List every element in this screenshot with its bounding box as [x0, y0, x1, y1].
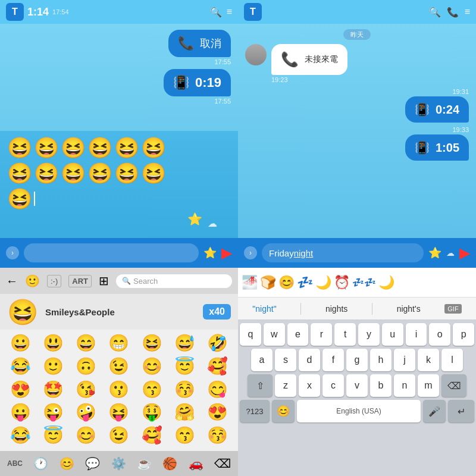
emoji-btn[interactable]: 😊: [60, 456, 74, 471]
emoji-cell[interactable]: 😂: [5, 425, 36, 447]
emoji-cell[interactable]: 😛: [5, 402, 36, 424]
mic-key[interactable]: 🎤: [423, 400, 446, 422]
emoji-cell[interactable]: 🥰: [136, 425, 168, 447]
emoji-cell[interactable]: 🙃: [70, 356, 102, 378]
emoji-cell[interactable]: 😘: [70, 380, 102, 402]
autocomplete-night-quoted[interactable]: "night": [252, 304, 276, 314]
emoji-cell[interactable]: 😉: [103, 356, 134, 378]
sticker-zzzmoon[interactable]: 💤💤: [352, 277, 376, 288]
key-v[interactable]: v: [346, 374, 368, 397]
emoji-cell[interactable]: 😜: [37, 402, 69, 424]
clock-icon[interactable]: 🕐: [33, 456, 48, 471]
autocomplete-nights-apos[interactable]: night's: [397, 304, 421, 314]
emoji-cell[interactable]: 😋: [202, 380, 233, 402]
grid-btn[interactable]: ⊞: [99, 274, 109, 288]
emoji-cell[interactable]: 😝: [103, 402, 134, 424]
emoji-cell[interactable]: 😗: [103, 380, 134, 402]
emoji-cell[interactable]: 🙂: [37, 356, 69, 378]
star-btn-left[interactable]: ⭐: [203, 246, 217, 259]
basketball-icon[interactable]: 🏀: [162, 456, 177, 471]
sticker-bread[interactable]: 🍞: [260, 275, 276, 290]
emoji-cell[interactable]: 😊: [70, 425, 102, 447]
sticker-alarm[interactable]: ⏰: [334, 275, 350, 290]
emoji-key[interactable]: 😊: [272, 400, 295, 422]
search-icon-right[interactable]: 🔍: [429, 7, 441, 18]
key-b[interactable]: b: [370, 374, 392, 397]
coffee-icon[interactable]: ☕: [137, 456, 152, 471]
emoji-cell[interactable]: 😂: [5, 356, 36, 378]
key-d[interactable]: d: [299, 349, 320, 371]
key-f[interactable]: f: [322, 349, 344, 371]
emoji-cell[interactable]: 🤣: [202, 333, 233, 355]
art-btn[interactable]: ART: [68, 275, 92, 287]
backspace-icon-emoji[interactable]: ⌫: [214, 456, 231, 471]
emoji-cell[interactable]: 😉: [103, 425, 134, 447]
key-s[interactable]: s: [275, 349, 296, 371]
key-n[interactable]: n: [394, 374, 415, 397]
emoji-cell[interactable]: 😁: [103, 333, 134, 355]
back-button[interactable]: ←: [6, 274, 18, 288]
emoji-cell[interactable]: 😍: [5, 380, 36, 402]
chat-icon[interactable]: 💬: [85, 456, 100, 471]
key-r[interactable]: r: [311, 323, 332, 346]
emoji-cell[interactable]: 😙: [169, 425, 201, 447]
key-h[interactable]: h: [370, 349, 392, 371]
emoji-face-btn[interactable]: 🙂: [25, 274, 40, 288]
emoji-cell[interactable]: 😚: [202, 425, 233, 447]
key-w[interactable]: w: [264, 323, 285, 346]
key-t[interactable]: t: [334, 323, 356, 346]
sticker-moon[interactable]: 🌙: [315, 275, 331, 290]
key-i[interactable]: i: [406, 323, 427, 346]
key-e[interactable]: e: [287, 323, 309, 346]
emoji-cell[interactable]: 😃: [37, 333, 69, 355]
emoji-cell[interactable]: 😙: [136, 380, 168, 402]
emoji-cell[interactable]: 😊: [136, 356, 168, 378]
gif-button[interactable]: GIF: [444, 304, 461, 314]
backspace-key[interactable]: ⌫: [441, 374, 466, 397]
key-u[interactable]: u: [382, 323, 403, 346]
sticker-happy[interactable]: 😊: [278, 275, 295, 290]
search-icon-left[interactable]: 🔍: [210, 7, 222, 18]
emoji-cell[interactable]: 😇: [169, 356, 201, 378]
key-x[interactable]: x: [299, 374, 320, 397]
key-a[interactable]: a: [251, 349, 273, 371]
key-k[interactable]: k: [418, 349, 439, 371]
key-o[interactable]: o: [429, 323, 450, 346]
menu-icon-right[interactable]: ≡: [465, 7, 470, 17]
emoji-cell[interactable]: 😆: [136, 333, 168, 355]
key-z[interactable]: z: [275, 374, 296, 397]
emoji-cell[interactable]: 🥰: [202, 356, 233, 378]
key-g[interactable]: g: [346, 349, 368, 371]
key-q[interactable]: q: [240, 323, 261, 346]
key-c[interactable]: c: [322, 374, 344, 397]
autocomplete-nights[interactable]: nights: [325, 304, 347, 314]
send-button-left[interactable]: ▶: [221, 245, 232, 261]
emoji-cell[interactable]: 🤗: [169, 402, 201, 424]
emoji-cell[interactable]: 😅: [169, 333, 201, 355]
left-text-input[interactable]: [24, 243, 199, 262]
sticker-moon2[interactable]: 🌙: [378, 275, 394, 290]
numbers-key[interactable]: ?123: [240, 400, 270, 422]
emoji-cell[interactable]: 🤩: [37, 380, 69, 402]
abc-btn[interactable]: ABC: [7, 459, 23, 468]
settings-icon[interactable]: ⚙️: [111, 456, 126, 471]
emoji-cell[interactable]: 🤪: [70, 402, 102, 424]
emoji-search-box[interactable]: 🔍 Search: [116, 274, 232, 288]
smiley-text-btn[interactable]: :-): [47, 275, 61, 287]
key-y[interactable]: y: [358, 323, 380, 346]
expand-button-left[interactable]: ›: [6, 246, 19, 259]
shift-key[interactable]: ⇧: [248, 374, 273, 397]
key-l[interactable]: l: [441, 349, 463, 371]
key-m[interactable]: m: [418, 374, 439, 397]
emoji-cell[interactable]: 😀: [5, 333, 36, 355]
key-j[interactable]: j: [394, 349, 415, 371]
emoji-cell[interactable]: 😍: [202, 402, 233, 424]
emoji-cell[interactable]: 😄: [70, 333, 102, 355]
space-key[interactable]: English (USA): [297, 400, 421, 422]
emoji-cell[interactable]: 😇: [37, 425, 69, 447]
emoji-cell[interactable]: 🤑: [136, 402, 168, 424]
return-key[interactable]: ↵: [448, 400, 474, 422]
emoji-cell[interactable]: 😚: [169, 380, 201, 402]
right-text-input[interactable]: Friday night: [262, 243, 424, 262]
key-p[interactable]: p: [453, 323, 474, 346]
